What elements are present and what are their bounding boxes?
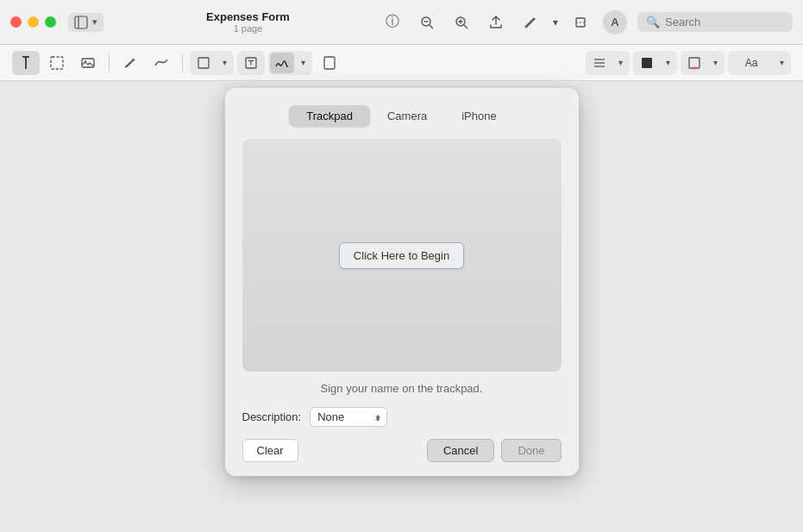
- document-subtitle: 1 page: [234, 23, 263, 34]
- signature-canvas[interactable]: Click Here to Begin: [242, 139, 561, 372]
- page-view-tool[interactable]: [316, 51, 343, 75]
- svg-line-3: [430, 25, 433, 28]
- crop-button[interactable]: [568, 10, 593, 34]
- search-bar: 🔍: [637, 12, 793, 32]
- zoom-in-icon: [455, 16, 468, 29]
- account-button[interactable]: A: [603, 10, 627, 34]
- text-box-group: [237, 51, 265, 75]
- pen-icon: [524, 16, 537, 29]
- signature-group: ▾: [268, 51, 312, 75]
- image-icon: [80, 55, 96, 71]
- align-group: ▾: [586, 51, 630, 75]
- zoom-out-button[interactable]: [415, 10, 439, 34]
- crop-icon: [574, 16, 587, 29]
- close-button[interactable]: [10, 16, 22, 28]
- fill-icon: [687, 56, 701, 70]
- share-button[interactable]: [484, 10, 508, 34]
- description-row: Description: None Signature Initials ▲ ▼: [242, 407, 561, 427]
- sidebar-icon: [74, 16, 88, 29]
- title-area: Expenses Form 1 page: [116, 10, 380, 34]
- shape-tool[interactable]: [191, 53, 216, 73]
- sidebar-toggle[interactable]: ▾: [68, 13, 104, 32]
- tab-bar: Trackpad Camera iPhone: [242, 105, 561, 127]
- toolbar: ▾ ▾ ▾ ▾: [0, 45, 803, 81]
- signature-hint: Sign your name on the trackpad.: [242, 382, 561, 395]
- info-button[interactable]: ⓘ: [380, 10, 405, 34]
- fill-group: ▾: [681, 51, 725, 75]
- signature-dropdown-icon: ▾: [301, 58, 305, 67]
- pen-chevron-icon: ▾: [553, 16, 558, 28]
- modal-overlay: Trackpad Camera iPhone Click Here to Beg…: [0, 81, 803, 532]
- tab-iphone[interactable]: iPhone: [444, 105, 513, 127]
- minimize-button[interactable]: [28, 16, 39, 28]
- text-box-icon: [244, 56, 258, 70]
- svg-rect-25: [689, 58, 699, 68]
- description-select[interactable]: None Signature Initials: [310, 407, 387, 427]
- main-content: Trackpad Camera iPhone Click Here to Beg…: [0, 81, 803, 532]
- fill-tool[interactable]: [682, 53, 706, 73]
- shapes-group: ▾: [190, 51, 234, 75]
- smooth-pencil-icon: [154, 55, 169, 71]
- svg-rect-16: [198, 58, 209, 68]
- clear-button[interactable]: Clear: [242, 439, 298, 462]
- signature-modal: Trackpad Camera iPhone Click Here to Beg…: [225, 88, 579, 476]
- selection-tool[interactable]: [43, 51, 71, 75]
- signature-icon: [274, 55, 290, 71]
- align-tool[interactable]: [587, 53, 612, 73]
- fill-dropdown-icon: ▾: [713, 58, 718, 67]
- text-cursor-tool[interactable]: [12, 51, 40, 75]
- border-tool[interactable]: [635, 53, 659, 73]
- search-icon: 🔍: [646, 16, 660, 28]
- font-dropdown-icon: ▾: [780, 58, 784, 67]
- zoom-out-icon: [420, 16, 434, 29]
- border-icon: [640, 56, 654, 70]
- maximize-button[interactable]: [45, 16, 56, 28]
- align-chevron[interactable]: ▾: [612, 53, 628, 73]
- svg-rect-24: [642, 58, 652, 68]
- window-controls: [10, 16, 56, 28]
- zoom-in-button[interactable]: [449, 10, 474, 34]
- border-group: ▾: [633, 51, 677, 75]
- text-box-tool[interactable]: [239, 53, 263, 73]
- pen-button[interactable]: [518, 10, 543, 34]
- smooth-pencil-tool[interactable]: [147, 51, 175, 75]
- image-tool[interactable]: [74, 51, 102, 75]
- shape-chevron[interactable]: ▾: [216, 53, 232, 73]
- pencil-tool[interactable]: [116, 51, 144, 75]
- signature-chevron[interactable]: ▾: [295, 53, 311, 73]
- fill-chevron[interactable]: ▾: [707, 53, 723, 73]
- svg-rect-20: [324, 57, 335, 69]
- tab-trackpad[interactable]: Trackpad: [289, 105, 370, 127]
- click-to-begin-button[interactable]: Click Here to Begin: [339, 242, 464, 269]
- align-dropdown-icon: ▾: [618, 58, 623, 67]
- pencil-icon: [122, 55, 138, 71]
- search-input[interactable]: [665, 16, 777, 28]
- font-chevron[interactable]: ▾: [774, 53, 789, 73]
- bottom-row: Clear Cancel Done: [242, 439, 561, 462]
- description-select-wrapper: None Signature Initials ▲ ▼: [310, 407, 387, 427]
- align-icon: [593, 56, 606, 70]
- cancel-button[interactable]: Cancel: [427, 439, 494, 462]
- svg-rect-0: [75, 16, 87, 28]
- titlebar-right: ⓘ ▾ A 🔍: [380, 10, 793, 34]
- titlebar: ▾ Expenses Form 1 page ⓘ ▾ A 🔍: [0, 0, 803, 45]
- svg-rect-13: [51, 57, 63, 69]
- border-chevron[interactable]: ▾: [660, 53, 675, 73]
- selection-icon: [49, 55, 65, 71]
- sidebar-chevron-icon: ▾: [92, 16, 97, 28]
- border-dropdown-icon: ▾: [666, 58, 670, 67]
- share-icon: [489, 16, 503, 29]
- toolbar-separator-1: [109, 54, 110, 72]
- description-label: Description:: [242, 410, 302, 423]
- shape-dropdown-icon: ▾: [223, 58, 227, 67]
- font-group: Aa ▾: [728, 51, 791, 75]
- signature-tool[interactable]: [270, 53, 294, 73]
- document-title: Expenses Form: [206, 10, 290, 23]
- done-button[interactable]: Done: [501, 439, 561, 462]
- tab-camera[interactable]: Camera: [370, 105, 444, 127]
- text-cursor-icon: [18, 55, 34, 71]
- font-tool[interactable]: Aa: [730, 53, 773, 73]
- shape-icon: [197, 56, 210, 70]
- svg-line-6: [464, 25, 467, 28]
- page-view-icon: [322, 55, 337, 71]
